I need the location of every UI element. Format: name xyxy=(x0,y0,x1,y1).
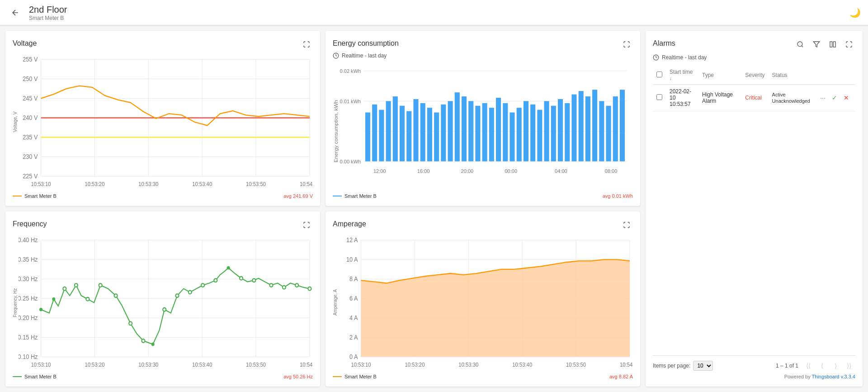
last-page-button[interactable]: ⟩⟩ xyxy=(843,359,855,372)
energy-expand-button[interactable] xyxy=(620,38,633,51)
svg-rect-65 xyxy=(558,99,563,162)
frequency-expand-button[interactable] xyxy=(300,219,313,231)
alarm-status-header: Status xyxy=(769,66,814,85)
amperage-avg-value: 8.82 A xyxy=(619,374,633,379)
voltage-avg: avg 241.69 V xyxy=(283,193,313,199)
svg-rect-37 xyxy=(365,112,370,161)
frequency-y-axis-label: Frequency, Hz xyxy=(13,233,18,372)
svg-point-120 xyxy=(214,279,217,282)
svg-rect-68 xyxy=(579,91,584,161)
svg-rect-58 xyxy=(509,112,514,161)
alarm-checkbox-header xyxy=(653,66,666,85)
alarm-type-header: Type xyxy=(698,66,741,85)
svg-text:10:53:50: 10:53:50 xyxy=(246,181,266,187)
svg-rect-83 xyxy=(830,42,832,47)
prev-page-button[interactable]: ⟨ xyxy=(816,359,828,372)
svg-text:10:53:20: 10:53:20 xyxy=(405,361,425,368)
alarm-action-buttons: ··· ✓ ✕ xyxy=(814,85,855,111)
amperage-avg: avg 8.82 A xyxy=(609,374,633,379)
alarm-type-cell: High Voltage Alarm xyxy=(698,85,741,111)
page-title: 2nd Floor xyxy=(29,4,67,15)
energy-avg-value: 0.01 kWh xyxy=(612,193,633,199)
svg-rect-67 xyxy=(571,95,576,162)
svg-text:04:00: 04:00 xyxy=(555,168,567,173)
sort-icon: ↓ xyxy=(670,76,672,81)
alarm-row: 2022-02-10 10:53:57 High Voltage Alarm C… xyxy=(653,85,855,111)
svg-text:10:53:20: 10:53:20 xyxy=(85,361,104,368)
svg-point-121 xyxy=(227,266,230,270)
svg-marker-154 xyxy=(361,259,630,357)
svg-point-81 xyxy=(797,42,802,47)
alarm-acknowledge-button[interactable]: ✓ xyxy=(829,92,840,103)
header: 2nd Floor Smart Meter B 🌙 xyxy=(0,0,868,25)
back-button[interactable] xyxy=(7,5,24,21)
svg-text:4 A: 4 A xyxy=(349,314,358,321)
alarm-checkbox[interactable] xyxy=(656,94,662,100)
next-page-button[interactable]: ⟩ xyxy=(829,359,842,372)
alarms-search-button[interactable] xyxy=(794,38,807,51)
svg-rect-55 xyxy=(489,108,494,161)
dark-mode-toggle[interactable]: 🌙 xyxy=(849,7,861,18)
svg-rect-39 xyxy=(379,110,384,162)
svg-text:0.00 kWh: 0.00 kWh xyxy=(340,159,361,164)
alarms-expand-button[interactable] xyxy=(843,38,855,51)
alarms-filter-button[interactable] xyxy=(810,38,823,51)
frequency-title: Frequency xyxy=(13,220,47,228)
alarms-header: Alarms xyxy=(653,38,855,51)
frequency-chart: 50.40 Hz 50.35 Hz 50.30 Hz 50.25 Hz 50.2… xyxy=(19,233,313,372)
thingsboard-link[interactable]: Thingsboard v.3.3.4 xyxy=(812,374,855,379)
svg-point-112 xyxy=(114,294,118,297)
svg-point-125 xyxy=(283,286,286,289)
alarm-more-button[interactable]: ··· xyxy=(817,92,828,103)
svg-rect-42 xyxy=(400,106,405,162)
svg-text:0.02 kWh: 0.02 kWh xyxy=(340,68,361,74)
page-subtitle: Smart Meter B xyxy=(29,15,67,21)
svg-rect-72 xyxy=(606,106,611,162)
alarm-checkbox-cell xyxy=(653,85,666,111)
svg-text:250 V: 250 V xyxy=(23,75,38,82)
voltage-title: Voltage xyxy=(13,39,37,48)
pagination-controls: ⟨⟨ ⟨ ⟩ ⟩⟩ xyxy=(802,359,855,372)
svg-rect-49 xyxy=(448,101,453,161)
alarms-title: Alarms xyxy=(653,39,675,48)
voltage-legend-line xyxy=(13,196,22,196)
svg-text:10 A: 10 A xyxy=(346,256,358,263)
amperage-y-axis-label: Amperage, A xyxy=(333,233,338,372)
voltage-chart: 255 V 250 V 245 V 240 V 235 V 230 V 225 … xyxy=(19,53,313,191)
svg-rect-41 xyxy=(393,96,398,161)
amperage-title: Amperage xyxy=(333,220,366,228)
alarms-columns-button[interactable] xyxy=(826,38,839,51)
svg-text:0 A: 0 A xyxy=(349,353,358,360)
alarm-close-button[interactable]: ✕ xyxy=(841,92,852,103)
svg-text:6 A: 6 A xyxy=(349,295,358,302)
svg-point-117 xyxy=(175,294,179,297)
voltage-expand-button[interactable] xyxy=(300,38,313,51)
svg-text:50.25 Hz: 50.25 Hz xyxy=(19,295,38,302)
amperage-expand-button[interactable] xyxy=(620,219,633,231)
first-page-button[interactable]: ⟨⟨ xyxy=(802,359,815,372)
svg-rect-62 xyxy=(537,110,542,162)
filter-icon xyxy=(813,41,820,48)
amperage-chart: 12 A 10 A 8 A 6 A 4 A 2 A 0 A 10:53:10 1… xyxy=(339,233,633,372)
svg-text:245 V: 245 V xyxy=(23,95,38,102)
alarm-select-all-checkbox[interactable] xyxy=(656,72,662,77)
powered-by: Powered by Thingsboard v.3.3.4 xyxy=(653,372,855,379)
svg-text:12:00: 12:00 xyxy=(373,168,386,173)
svg-text:50.35 Hz: 50.35 Hz xyxy=(19,256,38,263)
alarms-widget: Alarms xyxy=(646,31,863,387)
svg-point-110 xyxy=(86,297,89,301)
svg-rect-40 xyxy=(386,101,391,161)
energy-avg: avg 0.01 kWh xyxy=(603,193,633,199)
svg-text:10:53:10: 10:53:10 xyxy=(31,181,51,187)
svg-text:10:53:40: 10:53:40 xyxy=(512,361,532,368)
alarm-status: ActiveUnacknowledged xyxy=(772,92,810,104)
frequency-legend: Smart Meter B avg 50.26 Hz xyxy=(13,374,313,379)
svg-text:Energy consumption, kWh: Energy consumption, kWh xyxy=(333,100,339,163)
amperage-legend-line xyxy=(333,376,342,377)
amperage-legend-label: Smart Meter B xyxy=(333,374,377,379)
alarm-severity-header: Severity xyxy=(741,66,768,85)
svg-rect-84 xyxy=(833,42,835,47)
svg-rect-59 xyxy=(517,108,522,161)
items-per-page-select[interactable]: 10 25 50 xyxy=(693,361,713,371)
voltage-widget: Voltage Voltage, V xyxy=(5,31,320,206)
